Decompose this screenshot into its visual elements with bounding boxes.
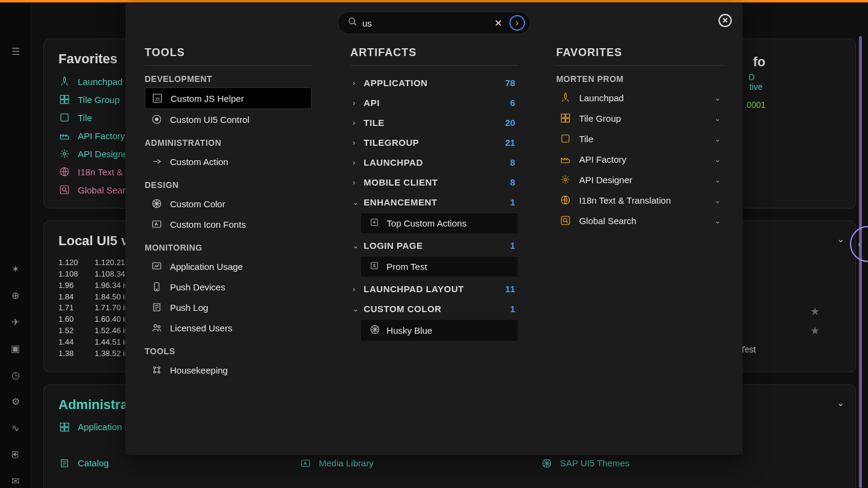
info-line: .0001 xyxy=(744,100,766,110)
admin-item[interactable]: Catalog xyxy=(58,457,227,469)
usage-icon xyxy=(151,260,163,272)
svg-line-20 xyxy=(354,23,356,25)
chevron-down-icon[interactable]: ⌄ xyxy=(714,175,721,184)
chevron-down-icon[interactable]: ⌄ xyxy=(837,233,844,245)
js-icon: JS xyxy=(151,92,163,104)
admin-item[interactable]: Media Library xyxy=(300,457,468,469)
chevron-down-icon[interactable]: ⌄ xyxy=(714,155,721,164)
artifact-row[interactable]: ›TILE20 xyxy=(350,113,517,133)
rail-plus-icon[interactable]: ⊕ xyxy=(8,289,23,302)
rail-gear-icon[interactable]: ⚙ xyxy=(8,395,23,408)
tool-label: Custom Action xyxy=(170,157,228,167)
svg-rect-11 xyxy=(60,427,64,431)
artifact-sub-label: Husky Blue xyxy=(386,325,432,336)
artifacts-heading: ARTIFACTS xyxy=(350,46,517,66)
admin-item[interactable]: SAP UI5 Themes xyxy=(541,457,709,469)
tool-label: Application Usage xyxy=(170,261,243,272)
tool-group-heading: MONITORING xyxy=(145,243,312,252)
artifact-label: ENHANCEMENT xyxy=(363,197,510,207)
tool-item[interactable]: JSCustom JS Helper xyxy=(145,87,312,109)
chevron-down-icon[interactable]: ⌄ xyxy=(714,134,721,143)
svg-point-34 xyxy=(154,371,156,373)
artifact-row[interactable]: ›APPLICATION78 xyxy=(350,73,517,93)
login-icon xyxy=(370,261,380,272)
ui5-icon xyxy=(151,113,163,125)
search-icon xyxy=(348,17,357,29)
log-icon xyxy=(151,301,163,313)
chevron-down-icon[interactable]: ⌄ xyxy=(714,93,721,102)
chevron-right-icon: › xyxy=(353,79,363,87)
tool-group-heading: DESIGN xyxy=(145,180,312,190)
artifact-count: 20 xyxy=(505,117,515,128)
rail-share-icon[interactable]: ∿ xyxy=(8,422,23,435)
tool-item[interactable]: Custom Color xyxy=(145,193,312,214)
rail-gauge-icon[interactable]: ◷ xyxy=(8,368,23,381)
rail-bug-icon[interactable]: ✶ xyxy=(8,262,23,275)
search-input[interactable] xyxy=(362,18,487,28)
modal-fav-item[interactable]: API Factory⌄ xyxy=(556,149,723,169)
chevron-down-icon[interactable]: ⌄ xyxy=(714,196,721,205)
tool-item[interactable]: Custom UI5 Control xyxy=(145,109,312,130)
modal-fav-item[interactable]: API Designer⌄ xyxy=(556,169,723,190)
modal-fav-item[interactable]: Tile⌄ xyxy=(556,128,723,149)
svg-point-30 xyxy=(154,325,157,328)
chevron-down-icon[interactable]: ⌄ xyxy=(837,397,844,408)
tool-item[interactable]: Push Log xyxy=(145,297,312,318)
star-icon[interactable]: ★ xyxy=(810,305,820,318)
svg-point-33 xyxy=(158,367,160,369)
fav-label: Launchpad xyxy=(579,93,707,103)
artifact-row[interactable]: ›LAUNCHPAD8 xyxy=(350,152,517,172)
artifact-row[interactable]: ›TILEGROUP21 xyxy=(350,133,517,152)
tools-column: TOOLS DEVELOPMENTJSCustom JS HelperCusto… xyxy=(125,46,331,443)
artifact-sub-item[interactable]: Top Custom Actions xyxy=(361,213,517,233)
tool-item[interactable]: Push Devices xyxy=(145,277,312,297)
rail-shield-icon[interactable]: ⛨ xyxy=(8,448,23,461)
tool-label: Custom UI5 Control xyxy=(170,114,250,125)
artifact-sub-label: Prom Test xyxy=(386,261,427,272)
menu-icon[interactable]: ☰ xyxy=(8,45,23,58)
tool-label: Push Devices xyxy=(170,282,225,292)
artifact-sub-item[interactable]: Husky Blue xyxy=(361,320,517,341)
rail-chat-icon[interactable]: ✉ xyxy=(8,475,23,488)
tool-label: Custom JS Helper xyxy=(171,93,244,104)
artifact-count: 21 xyxy=(505,137,515,148)
artifact-sub-item[interactable]: Prom Test xyxy=(361,257,517,277)
artifact-row[interactable]: ⌄CUSTOM COLOR1 xyxy=(350,299,517,319)
modal-fav-item[interactable]: I18n Text & Translation⌄ xyxy=(556,190,723,210)
close-icon[interactable]: ✕ xyxy=(719,14,732,27)
artifact-count: 11 xyxy=(505,284,515,294)
rail-image-icon[interactable]: ▣ xyxy=(8,342,23,355)
launchpad-icon xyxy=(559,92,572,103)
tool-item[interactable]: Housekeeping xyxy=(145,360,312,380)
clear-icon[interactable]: ✕ xyxy=(492,17,505,29)
modal-fav-item[interactable]: Global Search⌄ xyxy=(556,210,723,231)
svg-rect-42 xyxy=(561,119,565,122)
artifact-row[interactable]: ›API6 xyxy=(350,93,517,113)
designer-icon xyxy=(58,148,71,160)
chevron-down-icon[interactable]: ⌄ xyxy=(714,216,721,225)
artifact-label: API xyxy=(363,98,510,108)
chevron-down-icon[interactable]: ⌄ xyxy=(714,114,721,123)
modal-fav-item[interactable]: Tile Group⌄ xyxy=(556,108,723,128)
modal-fav-item[interactable]: Launchpad⌄ xyxy=(556,87,723,108)
search-go-button[interactable]: › xyxy=(509,15,525,31)
tool-item[interactable]: Application Usage xyxy=(145,256,312,277)
tool-item[interactable]: Custom Icon Fonts xyxy=(145,214,312,234)
chevron-right-icon: › xyxy=(353,139,363,147)
tool-group-heading: TOOLS xyxy=(145,346,312,356)
artifact-row[interactable]: ›MOBILE CLIENT8 xyxy=(350,172,517,192)
rail-rocket-icon[interactable]: ✈ xyxy=(8,315,23,328)
fav-label: Launchpad xyxy=(78,77,122,87)
artifact-row[interactable]: ›LAUNCHPAD LAYOUT11 xyxy=(350,279,517,299)
artifact-row[interactable]: ⌄ENHANCEMENT1 xyxy=(350,192,517,212)
launchpad-icon xyxy=(58,75,71,87)
svg-rect-9 xyxy=(60,423,64,427)
tool-item[interactable]: Licensed Users xyxy=(145,318,312,338)
fav-label: API Factory xyxy=(78,131,125,141)
star-icon[interactable]: ★ xyxy=(810,324,820,337)
svg-rect-3 xyxy=(65,100,69,104)
search-icon xyxy=(559,215,572,226)
artifact-label: LOGIN PAGE xyxy=(363,240,510,251)
artifact-row[interactable]: ⌄LOGIN PAGE1 xyxy=(350,236,517,255)
tool-item[interactable]: Custom Action xyxy=(145,151,312,172)
